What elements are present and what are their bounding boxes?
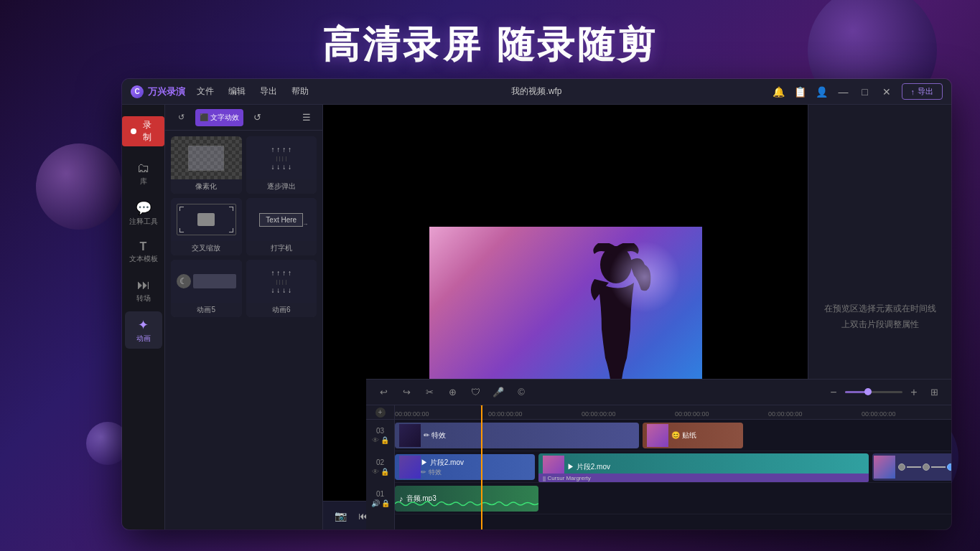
panel-preview-pixelize [171, 136, 242, 179]
minimize-button[interactable]: — [837, 85, 850, 98]
library-icon: 🗂 [137, 161, 150, 176]
track-01-controls: 🔊 🔒 [371, 499, 390, 507]
title-bar-right: 🔔 📋 👤 — □ ✕ ↑ 导出 [773, 83, 943, 100]
anim6-arrows: ↑ ↑ ↑ ↑ | | | | ↓ ↓ ↓ ↓ [271, 269, 291, 294]
menu-bar: 文件 编辑 导出 帮助 [197, 85, 309, 98]
panel-item-stepout[interactable]: ↑ ↑ ↑ ↑ | | | | ↓ ↓ ↓ ↓ 逐步弹出 [246, 136, 317, 194]
track-03-eye[interactable]: 👁 [372, 436, 379, 444]
close-button[interactable]: ✕ [880, 85, 893, 98]
sidebar-label-transition: 转场 [136, 294, 151, 303]
track-03-lock[interactable]: 🔒 [381, 436, 389, 444]
titlebar-icon-3[interactable]: 👤 [816, 85, 829, 98]
zoom-out-btn[interactable]: − [826, 385, 841, 400]
line-1 [907, 466, 921, 468]
track-03-label: 03 👁 🔒 [366, 420, 395, 451]
dot-2 [923, 463, 930, 471]
track-02-lock[interactable]: 🔒 [381, 468, 389, 476]
split-btn[interactable]: ⊕ [444, 384, 461, 401]
right-hint: 在预览区选择元素或在时间线上双击片段调整属性 [820, 301, 940, 332]
menu-file[interactable]: 文件 [197, 85, 214, 98]
panel-toolbar: ↺ ⬛ 文字动效 ↺ ☰ [165, 105, 322, 131]
panel-preview-stepout: ↑ ↑ ↑ ↑ | | | | ↓ ↓ ↓ ↓ [246, 136, 317, 179]
panel-tool-text-anim[interactable]: ⬛ 文字动效 [195, 109, 243, 126]
maximize-button[interactable]: □ [859, 85, 872, 98]
line-2 [931, 466, 946, 468]
waveform [395, 499, 538, 509]
bg-sphere-left [36, 143, 122, 230]
ruler-3: 00:00:00:00 [675, 410, 709, 418]
ruler-0: 00:00:00:00 [395, 410, 429, 418]
silhouette-svg [573, 243, 659, 380]
clip-thumb-v1 [399, 456, 421, 479]
mic-btn[interactable]: 🎤 [490, 384, 507, 401]
panel-item-pixelize[interactable]: 像素化 [171, 136, 242, 194]
timeline-area: ↩ ↪ ✂ ⊕ 🛡 🎤 © − + ⊞ [366, 379, 951, 529]
clip-track03-effect[interactable]: ✏ 特效 [395, 423, 639, 448]
playhead[interactable] [481, 405, 482, 529]
panel-tool-3[interactable]: ↺ [248, 109, 268, 126]
titlebar-icon-1[interactable]: 🔔 [773, 85, 785, 98]
clip-track02-video3[interactable] [872, 453, 951, 481]
export-icon: ↑ [911, 88, 915, 96]
sidebar-item-transition[interactable]: ⏭ 转场 [125, 272, 162, 309]
clip-label-v2: ▶ 片段2.mov [567, 462, 610, 472]
panel-label-stepout: 逐步弹出 [246, 179, 317, 194]
app-logo: C 万兴录演 [131, 85, 185, 98]
zoom-slider[interactable] [845, 391, 902, 393]
sidebar-item-annotation[interactable]: 💬 注释工具 [125, 194, 162, 232]
track-01-eye[interactable]: 🔊 [371, 499, 380, 507]
track-02-eye[interactable]: 👁 [372, 468, 379, 476]
clip-label-effect-v1: ✏ 特效 [421, 468, 464, 477]
ruler-5: 00:00:00:00 [862, 410, 896, 418]
app-name: 万兴录演 [148, 85, 185, 98]
timeline-body: + 03 👁 🔒 02 [366, 405, 951, 529]
panel-tool-1[interactable]: ↺ [171, 109, 191, 126]
panel-grid: 像素化 ↑ ↑ ↑ ↑ | | | | ↓ ↓ ↓ ↓ 逐步弹出 [165, 131, 322, 323]
fit-timeline-btn[interactable]: ⊞ [925, 384, 943, 401]
left-sidebar: 录制 🗂 库 💬 注释工具 T 文本模板 ⏭ 转场 ✦ 动画 [122, 105, 165, 529]
undo-btn[interactable]: ↩ [375, 384, 392, 401]
sidebar-label-text: 文本模板 [129, 255, 158, 263]
menu-edit[interactable]: 编辑 [228, 85, 246, 98]
cut-btn[interactable]: ✂ [421, 384, 438, 401]
camera-btn[interactable]: 📷 [332, 507, 349, 524]
clip-track02-video1[interactable]: ▶ 片段2.mov ✏ 特效 [395, 454, 535, 480]
sidebar-item-animation[interactable]: ✦ 动画 [125, 311, 162, 349]
sidebar-label-animation: 动画 [136, 334, 151, 343]
track-01-lock[interactable]: 🔒 [381, 499, 390, 507]
zoom-thumb [864, 388, 872, 395]
ruler-1: 00:00:00:00 [488, 410, 523, 418]
redo-btn[interactable]: ↪ [398, 384, 415, 401]
timeline-right-controls: − + ⊞ [826, 384, 943, 401]
stepout-arrows: ↑ ↑ ↑ ↑ | | | | ↓ ↓ ↓ ↓ [271, 146, 291, 171]
ruler-4: 00:00:00:00 [768, 410, 803, 418]
record-button[interactable]: 录制 [122, 116, 164, 146]
titlebar-icon-2[interactable]: 📋 [794, 85, 807, 98]
panel-item-crosszoom[interactable]: 交叉缩放 [171, 198, 242, 255]
menu-help[interactable]: 帮助 [291, 85, 309, 98]
clip-track03-sticker[interactable]: 😊 贴纸 [643, 423, 743, 448]
add-track-btn[interactable]: + [375, 408, 386, 418]
clip-track01-audio[interactable]: ♪ 音频.mp3 [395, 486, 538, 512]
dot-1 [898, 463, 905, 471]
ruler-2: 00:00:00:00 [582, 410, 616, 418]
panel-item-anim5[interactable]: ☾ 动画5 [171, 260, 242, 317]
export-button[interactable]: ↑ 导出 [902, 83, 943, 100]
menu-export[interactable]: 导出 [260, 85, 277, 98]
panel-area: ↺ ⬛ 文字动效 ↺ ☰ 像素化 [165, 105, 323, 529]
annotation-icon: 💬 [136, 200, 151, 216]
record-dot-icon [131, 128, 136, 134]
sidebar-item-library[interactable]: 🗂 库 [125, 155, 162, 192]
timeline-ruler: 00:00:00:00 00:00:00:00 00:00:00:00 00:0… [395, 405, 951, 420]
sidebar-item-text[interactable]: T 文本模板 [125, 235, 162, 269]
logo-icon: C [131, 85, 144, 98]
clip-track02-cursor[interactable]: || Cursur Margrerty [538, 474, 869, 482]
circle-btn[interactable]: © [513, 384, 530, 401]
panel-item-typewriter[interactable]: Text Here 打字机 [246, 198, 317, 255]
shield-btn[interactable]: 🛡 [467, 384, 484, 401]
panel-tool-4[interactable]: ☰ [297, 109, 317, 126]
clip-label-v1: ▶ 片段2.mov [421, 458, 464, 468]
text-icon: T [140, 240, 147, 253]
zoom-in-btn[interactable]: + [907, 385, 921, 400]
panel-item-anim6[interactable]: ↑ ↑ ↑ ↑ | | | | ↓ ↓ ↓ ↓ 动画6 [246, 260, 317, 317]
